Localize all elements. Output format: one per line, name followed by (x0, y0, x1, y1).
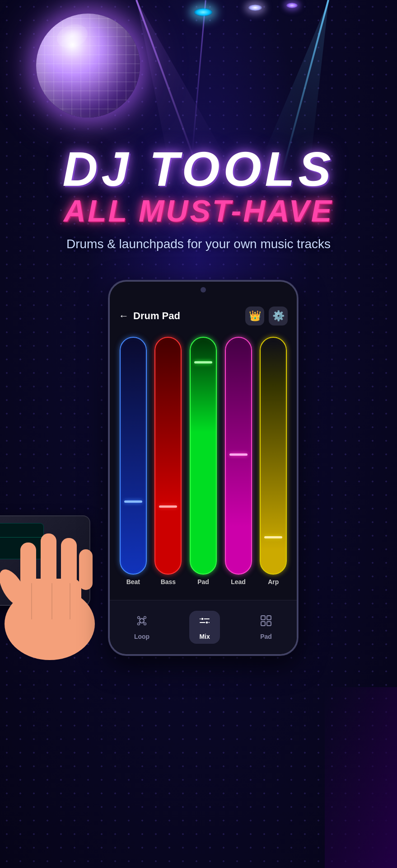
svg-point-13 (138, 623, 140, 625)
title-dj: DJ TOOLS (0, 145, 397, 193)
slider-arp-label: Arp (268, 578, 279, 585)
spotlight-3 (286, 3, 298, 8)
slider-beat[interactable]: Beat (119, 337, 148, 585)
spotlight-2 (248, 5, 262, 11)
slider-lead-label: Lead (231, 578, 246, 585)
spotlight-1 (194, 8, 212, 16)
svg-point-11 (138, 617, 140, 619)
slider-arp[interactable]: Arp (259, 337, 288, 585)
loop-icon (135, 614, 148, 630)
phone-camera (201, 287, 206, 292)
phone-wrapper: ← Drum Pad 👑 ⚙️ Beat (108, 280, 303, 660)
svg-rect-4 (61, 538, 77, 588)
slider-pad-handle[interactable] (194, 361, 212, 363)
svg-point-22 (206, 621, 208, 624)
svg-rect-2 (20, 542, 36, 588)
hand-illustration (0, 488, 117, 660)
svg-point-12 (144, 617, 146, 619)
mix-icon (198, 614, 211, 630)
nav-pad-label: Pad (260, 633, 272, 640)
svg-point-21 (201, 618, 204, 620)
nav-mix-label: Mix (199, 633, 210, 640)
crown-icon: 👑 (249, 310, 261, 322)
screen-title: Drum Pad (133, 310, 241, 322)
slider-beat-label: Beat (126, 578, 140, 585)
disco-ball-container (36, 14, 154, 131)
svg-point-14 (144, 623, 146, 625)
svg-rect-24 (267, 616, 271, 620)
subtitle: Drums & launchpads for your own music tr… (0, 235, 397, 253)
sliders-area: Beat Bass Pad (110, 332, 297, 590)
bottom-nav: Loop Mix (110, 600, 297, 654)
disco-ball (36, 14, 140, 118)
slider-bass-handle[interactable] (159, 505, 177, 508)
slider-bass[interactable]: Bass (154, 337, 183, 585)
slider-lead-handle[interactable] (229, 453, 248, 456)
svg-rect-3 (41, 533, 56, 588)
phone-screen: ← Drum Pad 👑 ⚙️ Beat (110, 282, 297, 654)
nav-mix[interactable]: Mix (189, 611, 220, 644)
slider-pad[interactable]: Pad (189, 337, 218, 585)
background: DJ TOOLS ALL MUST-HAVE Drums & launchpad… (0, 0, 397, 868)
slider-beat-track[interactable] (120, 337, 147, 575)
phone-frame: ← Drum Pad 👑 ⚙️ Beat (108, 280, 298, 656)
svg-rect-23 (261, 616, 265, 620)
nav-pad[interactable]: Pad (251, 611, 281, 644)
svg-rect-26 (267, 622, 271, 626)
svg-rect-5 (79, 549, 93, 590)
title-musthave: ALL MUST-HAVE (0, 195, 397, 226)
slider-bass-track[interactable] (154, 337, 182, 575)
speaker-bg-right (325, 687, 397, 868)
slider-lead-track[interactable] (225, 337, 252, 575)
slider-beat-handle[interactable] (124, 500, 142, 503)
gear-icon: ⚙️ (272, 310, 285, 322)
disco-shine (54, 20, 91, 52)
slider-pad-track[interactable] (190, 337, 217, 575)
slider-lead[interactable]: Lead (224, 337, 253, 585)
svg-rect-25 (261, 622, 265, 626)
slider-bass-label: Bass (161, 578, 176, 585)
title-section: DJ TOOLS ALL MUST-HAVE Drums & launchpad… (0, 145, 397, 253)
settings-button[interactable]: ⚙️ (269, 307, 288, 326)
slider-arp-track[interactable] (260, 337, 287, 575)
back-button[interactable]: ← (119, 310, 129, 322)
nav-loop-label: Loop (134, 633, 149, 640)
slider-arp-handle[interactable] (264, 536, 282, 538)
crown-button[interactable]: 👑 (245, 307, 264, 326)
pad-icon (260, 614, 272, 630)
slider-pad-label: Pad (197, 578, 209, 585)
nav-loop[interactable]: Loop (125, 611, 159, 644)
